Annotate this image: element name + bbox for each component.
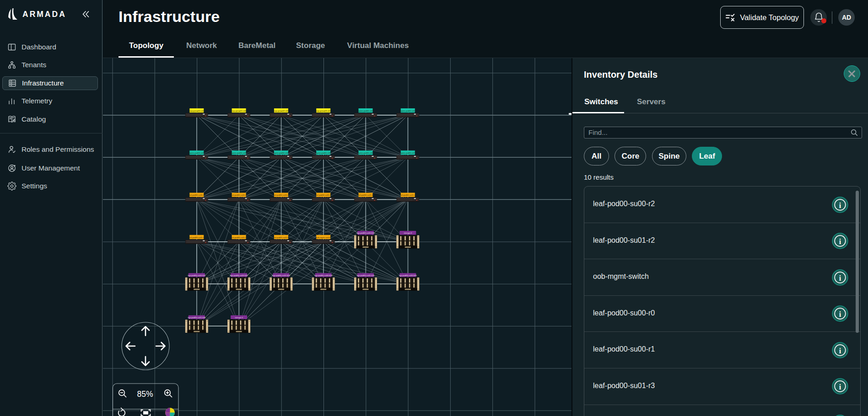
- svg-text:leaf-pod00-su01-r0: leaf-pod00-su01-r0: [357, 194, 374, 196]
- svg-text:oob-mgmt-switch: oob-mgmt-switch: [316, 236, 331, 239]
- svg-text:leaf-pod00-su00-r1: leaf-pod00-su00-r1: [231, 194, 247, 196]
- svg-text:hgx-pod00-su00-h05: hgx-pod00-su00-h05: [399, 274, 417, 277]
- svg-text:sap-group03-s00: sap-group03-s00: [316, 110, 331, 112]
- svg-text:i: i: [839, 383, 841, 391]
- svg-text:leaf-pod00-su00-r2: leaf-pod00-su00-r2: [273, 194, 290, 196]
- svg-text:hgx-pod00-su01-h05: hgx-pod00-su01-h05: [357, 274, 375, 277]
- svg-text:spine-pod00-s00: spine-pod00-s00: [358, 110, 373, 112]
- svg-text:storage-0: storage-0: [404, 232, 412, 234]
- svg-text:spine-pod00-s02: spine-pod00-s02: [189, 152, 204, 154]
- svg-text:hgx-pod00-su00-h03: hgx-pod00-su00-h03: [314, 274, 332, 277]
- svg-text:sap-group02-s00: sap-group02-s00: [274, 110, 289, 112]
- svg-text:85%: 85%: [137, 389, 153, 399]
- svg-text:spine-pod00-s04: spine-pod00-s04: [274, 152, 289, 154]
- svg-text:spine-pod00-s01: spine-pod00-s01: [401, 110, 415, 112]
- svg-text:hgx-pod00-su00-h00: hgx-pod00-su00-h00: [357, 232, 375, 234]
- svg-text:sap-group00-s00: sap-group00-s00: [189, 110, 204, 112]
- svg-text:spine-pod00-s07: spine-pod00-s07: [401, 152, 415, 154]
- svg-text:spine-pod00-s03: spine-pod00-s03: [232, 152, 246, 154]
- svg-text:spine-pod00-s05: spine-pod00-s05: [316, 152, 331, 154]
- svg-text:i: i: [839, 238, 841, 245]
- svg-text:i: i: [839, 274, 841, 282]
- svg-text:hgx-pod00-su01-h06: hgx-pod00-su01-h06: [188, 316, 205, 319]
- svg-text:leaf-pod00-su01-r2: leaf-pod00-su01-r2: [189, 236, 205, 239]
- svg-text:i: i: [839, 310, 841, 318]
- svg-text:leaf-pod00-su01-r1: leaf-pod00-su01-r1: [400, 194, 416, 196]
- svg-text:hgx-pod00-su00-h02: hgx-pod00-su00-h02: [230, 274, 248, 277]
- svg-text:hgx-pod00-su01-h02: hgx-pod00-su01-h02: [272, 274, 290, 277]
- svg-text:hgx-pod00-su00-h01: hgx-pod00-su00-h01: [188, 274, 205, 277]
- svg-text:spine-pod00-s06: spine-pod00-s06: [358, 152, 373, 154]
- svg-text:sap-group01-s00: sap-group01-s00: [232, 110, 246, 112]
- svg-text:i: i: [839, 201, 841, 209]
- svg-text:storage-0: storage-0: [235, 316, 243, 319]
- svg-text:leaf-pod00-su02-r0: leaf-pod00-su02-r0: [273, 236, 290, 239]
- svg-text:leaf-pod00-su01-r3: leaf-pod00-su01-r3: [231, 236, 247, 239]
- svg-text:i: i: [839, 347, 841, 354]
- svg-text:leaf-pod00-su00-r3: leaf-pod00-su00-r3: [315, 194, 332, 196]
- svg-text:leaf-pod00-su00-r0: leaf-pod00-su00-r0: [189, 194, 205, 196]
